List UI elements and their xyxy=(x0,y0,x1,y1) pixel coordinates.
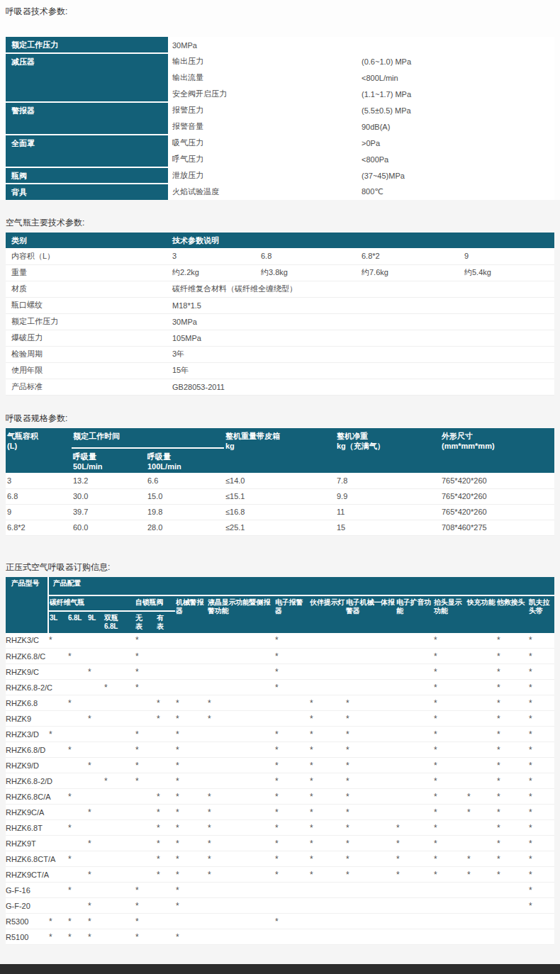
model-cell: RHZK3/C xyxy=(6,633,48,649)
mark-cell: * xyxy=(309,695,345,711)
mark-cell: * xyxy=(433,758,466,773)
mark-cell xyxy=(309,914,345,929)
mark-cell: * xyxy=(207,789,274,805)
model-cell: RHZK6.8 xyxy=(6,695,48,711)
mark-cell: * xyxy=(528,742,554,758)
mark-cell: * xyxy=(175,727,207,742)
mark-cell xyxy=(309,929,345,945)
spec-value xyxy=(459,330,554,346)
param-value: (0.6~1.0) MPa xyxy=(362,53,554,69)
spec-value: 765*420*260 xyxy=(440,473,554,488)
spec-value: 9.9 xyxy=(335,488,440,504)
mark-cell: * xyxy=(207,867,274,883)
mark-cell: * xyxy=(103,773,135,789)
mark-cell: * xyxy=(496,773,528,789)
mark-cell: * xyxy=(135,727,156,742)
mark-cell: * xyxy=(175,789,207,805)
mark-cell xyxy=(156,898,175,914)
mark-cell: * xyxy=(433,789,466,805)
mark-cell: * xyxy=(528,711,554,727)
param-value: <800L/min xyxy=(362,69,554,86)
mark-cell xyxy=(396,898,433,914)
spec-value xyxy=(459,281,554,297)
mark-cell: * xyxy=(528,836,554,851)
mark-cell: * xyxy=(433,633,466,649)
spec-value: 3 xyxy=(167,248,255,264)
mark-cell xyxy=(396,742,433,758)
mark-cell: * xyxy=(135,633,156,649)
mark-cell xyxy=(528,929,554,945)
mark-cell: * xyxy=(87,914,103,929)
mark-cell xyxy=(345,929,396,945)
mark-cell xyxy=(466,914,496,929)
mark-cell: * xyxy=(87,898,103,914)
row-label: 使用年限 xyxy=(6,362,167,379)
mark-cell: * xyxy=(309,773,345,789)
mark-cell: * xyxy=(175,898,207,914)
mark-cell: * xyxy=(528,773,554,789)
mark-cell xyxy=(345,649,396,664)
spec-value: 765*420*260 xyxy=(440,488,554,504)
mark-cell: * xyxy=(345,727,396,742)
mark-cell xyxy=(466,680,496,695)
tech-param-row: 减压器输出压力(0.6~1.0) MPa xyxy=(6,53,554,69)
spec-row: 6.830.015.0≤15.19.9765*420*260 xyxy=(6,488,554,504)
spec-value xyxy=(255,362,356,379)
mark-cell: * xyxy=(496,649,528,664)
order-row: RHZK6.8CT/A************ xyxy=(6,851,554,867)
spec-row: 6.8*260.028.0≤25.115708*460*275 xyxy=(6,520,554,535)
mark-cell xyxy=(396,883,433,898)
spec-value xyxy=(356,313,459,330)
mark-cell: * xyxy=(135,914,156,929)
mark-cell: * xyxy=(496,851,528,867)
mark-cell: * xyxy=(274,836,309,851)
mark-cell xyxy=(466,758,496,773)
mark-cell xyxy=(396,758,433,773)
mark-cell xyxy=(103,633,135,649)
mark-cell: * xyxy=(207,851,274,867)
mark-cell: * xyxy=(87,867,103,883)
mark-cell: * xyxy=(274,773,309,789)
order-row: RHZK9C/A*********** xyxy=(6,805,554,820)
order-row: RHZK6.8-2/C****** xyxy=(6,680,554,695)
mark-cell: * xyxy=(135,649,156,664)
mark-cell xyxy=(156,929,175,945)
model-cell: G-F-20 xyxy=(6,898,48,914)
respirator-spec-params-table: 气瓶容积 (L) 额定工作时间 整机重量带皮箱 kg 整机净重 kg（充满气） … xyxy=(6,428,554,536)
mark-cell: * xyxy=(496,664,528,680)
model-cell: RHZK9/C xyxy=(6,664,48,680)
mark-cell xyxy=(87,742,103,758)
mark-cell: * xyxy=(274,851,309,867)
mark-cell: * xyxy=(396,820,433,836)
mark-cell xyxy=(135,851,156,867)
mark-cell: * xyxy=(274,867,309,883)
mark-cell xyxy=(396,649,433,664)
tech-param-row: 警报器报警压力(5.5±0.5) MPa xyxy=(6,102,554,118)
mark-cell xyxy=(466,633,496,649)
mark-cell xyxy=(156,758,175,773)
mark-cell xyxy=(345,664,396,680)
order-row: RHZK9********* xyxy=(6,711,554,727)
mark-cell xyxy=(103,742,135,758)
model-cell: R5300 xyxy=(6,914,48,929)
spec-value xyxy=(356,330,459,346)
mark-cell xyxy=(135,836,156,851)
spec-row: 939.719.8≤16.811765*420*260 xyxy=(6,504,554,520)
mark-cell xyxy=(87,820,103,836)
spec-value xyxy=(459,297,554,313)
column-header-category: 类别 xyxy=(6,233,167,248)
spec-value: 15.0 xyxy=(146,488,224,504)
mark-cell xyxy=(309,664,345,680)
order-row: RHZK3/C****** xyxy=(6,633,554,649)
page-footer-bar xyxy=(0,964,560,974)
mark-cell xyxy=(103,649,135,664)
mark-cell xyxy=(496,914,528,929)
mark-cell: * xyxy=(433,820,466,836)
mark-cell: * xyxy=(135,773,156,789)
model-cell: RHZK9/D xyxy=(6,758,48,773)
mark-cell xyxy=(207,773,274,789)
column-header-with-gauge: 有 表 xyxy=(156,611,175,633)
mark-cell: * xyxy=(207,805,274,820)
spec-value: 约3.8kg xyxy=(255,264,356,281)
mark-cell: * xyxy=(466,805,496,820)
